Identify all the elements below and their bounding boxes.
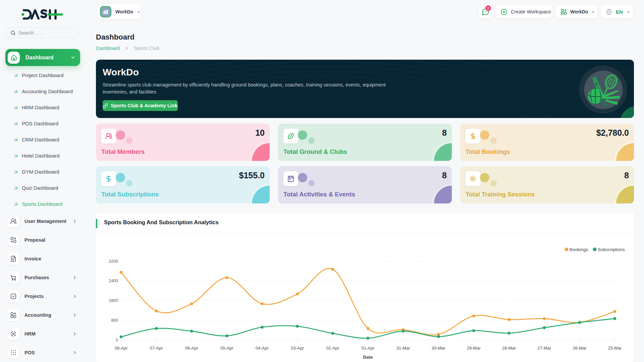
svg-text:2400: 2400 bbox=[109, 279, 118, 283]
svg-text:01-Apr: 01-Apr bbox=[361, 346, 375, 351]
svg-text:25-Mar: 25-Mar bbox=[608, 346, 622, 351]
svg-text:800: 800 bbox=[111, 318, 118, 323]
svg-text:28-Mar: 28-Mar bbox=[502, 346, 516, 351]
svg-text:04-Apr: 04-Apr bbox=[256, 346, 269, 351]
svg-text:05-Apr: 05-Apr bbox=[220, 346, 234, 351]
svg-text:29-Mar: 29-Mar bbox=[467, 346, 481, 351]
svg-text:3200: 3200 bbox=[109, 259, 118, 264]
svg-text:08-Apr: 08-Apr bbox=[114, 346, 128, 351]
svg-text:Bookings: Bookings bbox=[570, 247, 588, 252]
svg-text:30-Mar: 30-Mar bbox=[432, 346, 446, 351]
svg-text:31-Mar: 31-Mar bbox=[396, 346, 411, 351]
svg-text:Date: Date bbox=[363, 355, 373, 360]
svg-text:1600: 1600 bbox=[109, 298, 118, 303]
svg-text:03-Apr: 03-Apr bbox=[291, 346, 304, 351]
svg-text:26-Mar: 26-Mar bbox=[573, 346, 587, 351]
svg-text:02-Apr: 02-Apr bbox=[326, 346, 339, 351]
svg-text:07-Apr: 07-Apr bbox=[150, 346, 163, 351]
svg-text:06-Apr: 06-Apr bbox=[185, 346, 199, 351]
svg-text:27-Mar: 27-Mar bbox=[537, 346, 551, 351]
svg-text:0: 0 bbox=[116, 338, 118, 343]
svg-text:Subscriptions: Subscriptions bbox=[598, 247, 625, 252]
